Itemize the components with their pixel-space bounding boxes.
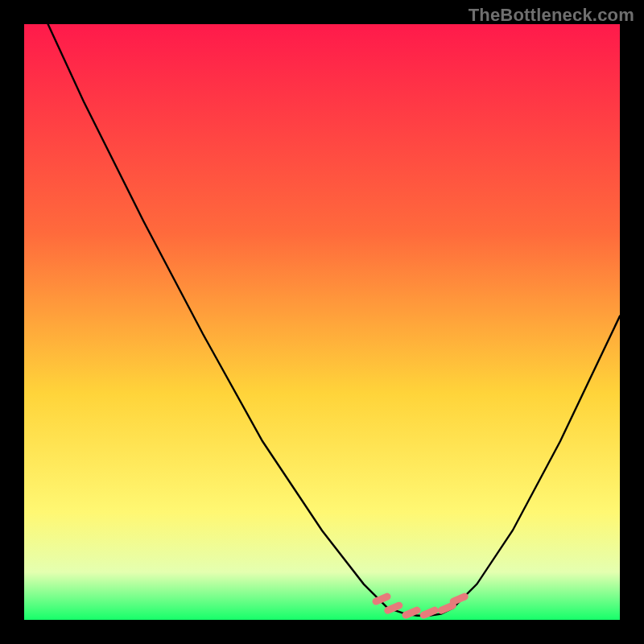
watermark-text: TheBottleneck.com	[469, 5, 634, 26]
chart-frame	[24, 24, 620, 620]
optimum-marker	[453, 597, 464, 601]
optimum-marker	[376, 597, 387, 601]
optimum-marker	[388, 605, 399, 610]
optimum-marker	[406, 610, 417, 615]
optimum-marker	[441, 605, 452, 610]
optimum-marker	[423, 610, 435, 615]
bottleneck-chart	[24, 24, 620, 620]
